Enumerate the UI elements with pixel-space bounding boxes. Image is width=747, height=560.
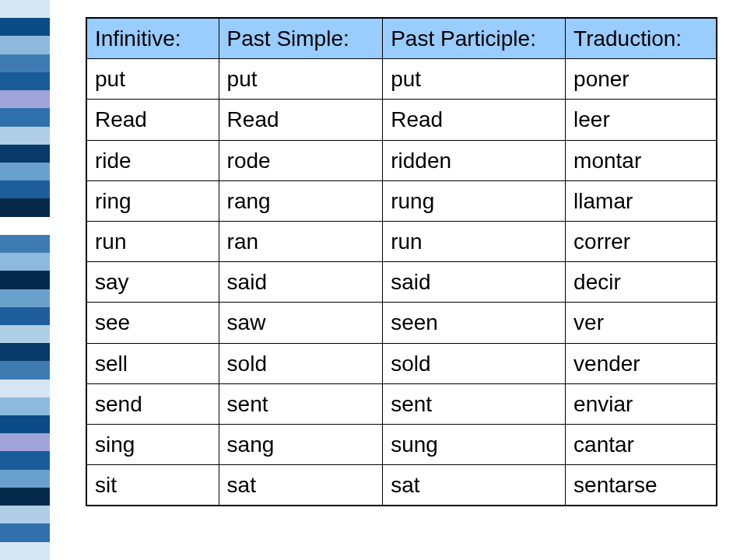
stripe — [0, 0, 50, 18]
table-cell: cantar — [566, 424, 717, 464]
stripe — [0, 343, 50, 361]
table-cell: put — [219, 59, 383, 100]
table-header-row: Infinitive: Past Simple: Past Participle… — [86, 18, 717, 59]
stripe — [0, 72, 50, 90]
table-row: ringrangrungllamar — [86, 180, 717, 221]
stripe — [0, 307, 50, 325]
verb-table: Infinitive: Past Simple: Past Participle… — [86, 17, 717, 506]
table-cell: ring — [86, 180, 219, 221]
table-row: sitsatsatsentarse — [86, 465, 717, 506]
stripe — [0, 542, 50, 560]
stripe — [0, 217, 50, 235]
stripe — [0, 361, 50, 379]
table-cell: montar — [566, 140, 717, 180]
header-infinitive: Infinitive: — [86, 18, 219, 59]
table-cell: said — [383, 262, 566, 303]
table-cell: llamar — [566, 180, 717, 221]
stripe — [0, 253, 50, 271]
table-cell: see — [86, 303, 219, 343]
stripe — [0, 506, 50, 523]
table-cell: Read — [219, 100, 383, 140]
table-cell: rung — [383, 180, 566, 221]
table-cell: send — [86, 383, 219, 424]
table-cell: Read — [86, 100, 219, 140]
table-row: putputputponer — [86, 59, 717, 100]
stripe — [0, 451, 50, 469]
table-body: putputputponerReadReadReadleerrideroderi… — [86, 59, 717, 506]
stripe — [0, 235, 50, 253]
table-row: seesawseenver — [86, 303, 717, 343]
table-cell: rode — [219, 140, 383, 180]
stripe — [0, 271, 50, 289]
table-cell: sit — [86, 465, 219, 506]
header-past-simple: Past Simple: — [219, 18, 383, 59]
table-cell: correr — [566, 221, 717, 261]
table-cell: ride — [86, 140, 219, 180]
stripe — [0, 325, 50, 343]
table-cell: sentarse — [566, 465, 717, 506]
stripe — [0, 397, 50, 415]
header-past-participle: Past Participle: — [383, 18, 566, 59]
stripe — [0, 180, 50, 198]
table-cell: said — [219, 262, 383, 303]
table-row: sendsentsentenviar — [86, 383, 717, 424]
stripe — [0, 127, 50, 145]
table-cell: sent — [383, 383, 566, 424]
table-cell: sold — [383, 343, 566, 383]
table-cell: run — [383, 221, 566, 261]
table-cell: sing — [86, 424, 219, 464]
table-row: singsangsungcantar — [86, 424, 717, 464]
stripe — [0, 108, 50, 126]
table-cell: poner — [566, 59, 717, 100]
table-cell: say — [86, 262, 219, 303]
table-cell: sang — [219, 424, 383, 464]
stripe — [0, 90, 50, 108]
table-cell: ran — [219, 221, 383, 261]
stripe — [0, 523, 50, 541]
header-traduction: Traduction: — [566, 18, 717, 59]
table-cell: sat — [219, 465, 383, 506]
table-cell: Read — [383, 100, 566, 140]
stripe — [0, 433, 50, 451]
stripe — [0, 54, 50, 72]
table-row: sellsoldsoldvender — [86, 343, 717, 383]
table-cell: sold — [219, 343, 383, 383]
table-cell: ridden — [383, 140, 566, 180]
table-row: saysaidsaiddecir — [86, 262, 717, 303]
stripe — [0, 18, 50, 36]
table-container: Infinitive: Past Simple: Past Participle… — [86, 17, 717, 506]
table-cell: vender — [566, 343, 717, 383]
table-cell: put — [383, 59, 566, 100]
table-cell: decir — [566, 262, 717, 303]
stripe — [0, 380, 50, 397]
table-row: ReadReadReadleer — [86, 100, 717, 140]
stripe — [0, 163, 50, 180]
table-cell: saw — [219, 303, 383, 343]
table-row: rideroderiddenmontar — [86, 140, 717, 180]
decorative-stripe-bar — [0, 0, 50, 560]
table-cell: sat — [383, 465, 566, 506]
table-cell: sung — [383, 424, 566, 464]
table-cell: leer — [566, 100, 717, 140]
table-cell: rang — [219, 180, 383, 221]
table-cell: seen — [383, 303, 566, 343]
stripe — [0, 36, 50, 54]
table-cell: put — [86, 59, 219, 100]
stripe — [0, 415, 50, 433]
stripe — [0, 198, 50, 216]
stripe — [0, 488, 50, 506]
table-cell: sell — [86, 343, 219, 383]
stripe — [0, 289, 50, 307]
table-cell: sent — [219, 383, 383, 424]
stripe — [0, 470, 50, 488]
table-cell: enviar — [566, 383, 717, 424]
table-cell: run — [86, 221, 219, 261]
table-cell: ver — [566, 303, 717, 343]
stripe — [0, 145, 50, 163]
table-row: runranruncorrer — [86, 221, 717, 261]
